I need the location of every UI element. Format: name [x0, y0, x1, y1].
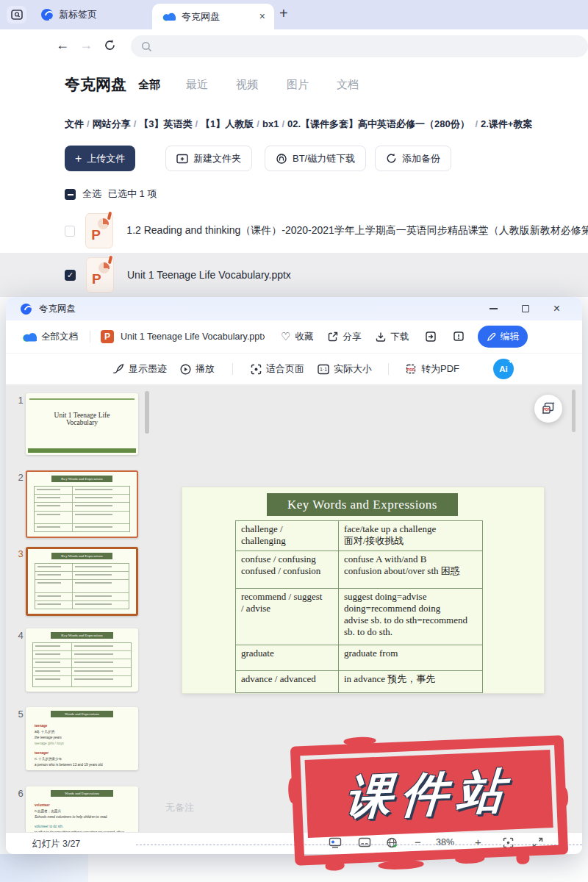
thumbnail-slide-5[interactable]: Words and Expressions teenage adj. 十几岁的 …: [26, 707, 138, 770]
edit-button[interactable]: 编辑: [478, 326, 528, 348]
browser-nav-bar: ← →: [0, 29, 588, 63]
slide-canvas: Key Words and Expressions challenge / ch…: [182, 487, 544, 693]
tab-label: 夸克网盘: [182, 10, 220, 24]
svg-text:PDF: PDF: [407, 368, 415, 372]
address-search-bar[interactable]: [131, 35, 588, 57]
play-button[interactable]: 播放: [180, 362, 215, 376]
breadcrumb-item[interactable]: 【3】英语类: [139, 118, 192, 129]
document-toolbar: 全部文档 P Unit 1 Teenage Life Vocabulary.pp…: [6, 320, 582, 353]
thumbnail-scrollbar[interactable]: [145, 391, 149, 434]
tab-doc[interactable]: 文档: [337, 78, 359, 92]
save-to-drive-button[interactable]: [425, 331, 437, 343]
svg-text:PDF: PDF: [543, 408, 550, 412]
select-all-label[interactable]: 全选: [82, 187, 101, 201]
forward-button[interactable]: →: [79, 37, 93, 53]
new-tab-button[interactable]: +: [279, 5, 288, 22]
table-row: challenge / challenging face/take up a c…: [236, 521, 482, 551]
maximize-button[interactable]: [522, 305, 529, 312]
to-pdf-button[interactable]: PDF 转为PDF: [405, 362, 459, 376]
select-all-checkbox[interactable]: [65, 189, 76, 200]
table-cell-word: recommend / suggest / advise: [236, 589, 339, 645]
cloud-favicon-icon: [162, 12, 176, 21]
slide-number: 2: [15, 472, 26, 483]
slide-counter: 幻灯片 3/27: [32, 838, 80, 850]
pen-icon: [487, 332, 496, 342]
slide-number: 6: [15, 788, 26, 799]
magnet-icon: [276, 153, 287, 164]
file-checkbox-checked[interactable]: [65, 270, 76, 281]
table-row: confuse / confusing confused / confusion…: [236, 551, 482, 589]
folder-plus-icon: [176, 154, 188, 164]
heart-icon: ♡: [281, 330, 290, 343]
minimize-button[interactable]: [490, 308, 498, 309]
download-icon: [376, 331, 386, 342]
tab-close-icon[interactable]: ×: [259, 10, 265, 22]
page-background-strip: [0, 854, 88, 882]
download-button[interactable]: 下载: [376, 331, 409, 343]
table-cell-word: challenge / challenging: [236, 521, 339, 551]
file-checkbox[interactable]: [65, 226, 75, 237]
tab-recent[interactable]: 最近: [186, 78, 208, 92]
slide-number: 4: [15, 630, 26, 641]
thumbnail-slide-1[interactable]: Unit 1 Teenage Life Vocabulary: [26, 393, 138, 455]
table-cell-usage: face/take up a challenge 面对/接收挑战: [339, 521, 482, 551]
close-button[interactable]: ×: [553, 304, 560, 314]
transfer-icon: [425, 331, 437, 343]
breadcrumb-item[interactable]: 2.课件+教案: [481, 118, 532, 129]
browser-tab-quark-drive[interactable]: 夸克网盘 ×: [152, 4, 274, 29]
pdf-convert-float-button[interactable]: PDF: [534, 395, 562, 423]
file-row-selected[interactable]: P Unit 1 Teenage Life Vocabulary.pptx: [0, 253, 588, 297]
breadcrumb-item[interactable]: 02.【课件多套】高中英语必修一（280份）: [287, 118, 470, 129]
thumbnail-slide-3-current[interactable]: Key Words and Expressions: [26, 547, 138, 616]
pdf-convert-icon: PDF: [405, 363, 417, 375]
favorite-button[interactable]: ♡ 收藏: [281, 330, 313, 343]
view-tools-row: 显示墨迹 播放 适合页面 1·1 实际大小 PDF 转为PDF Ai: [6, 353, 582, 385]
watermark-stamp: 课件站: [290, 735, 568, 865]
table-cell-word: advance / advanced: [236, 671, 339, 692]
new-folder-button[interactable]: 新建文件夹: [165, 146, 252, 171]
thumb-title-text: Unit 1 Teenage Life Vocabulary: [26, 412, 138, 426]
table-row: advance / advanced in advance 预先，事先: [236, 671, 482, 692]
content-scrollbar[interactable]: [572, 390, 576, 432]
breadcrumb-item[interactable]: 网站分享: [93, 118, 131, 129]
app-logo-icon: [21, 304, 32, 315]
refresh-button[interactable]: [104, 39, 116, 51]
window-title: 夸克网盘: [39, 303, 76, 315]
ppt-file-icon: P: [85, 213, 113, 248]
show-ink-button[interactable]: 显示墨迹: [112, 362, 167, 376]
actual-size-button[interactable]: 1·1 实际大小: [318, 362, 372, 376]
table-row: recommend / suggest / advise suggest doi…: [236, 589, 482, 645]
back-button[interactable]: ←: [56, 37, 69, 53]
all-docs-button[interactable]: 全部文档: [22, 331, 78, 343]
file-name[interactable]: 1.2 Reading and thinking（课件）-2020-2021学年…: [126, 224, 588, 237]
feedback-icon: [453, 331, 465, 343]
tab-video[interactable]: 视频: [236, 78, 258, 92]
breadcrumb-item[interactable]: bx1: [262, 118, 279, 129]
breadcrumb-item[interactable]: 【1】人教版: [201, 118, 254, 129]
add-backup-button[interactable]: 添加备份: [375, 146, 451, 171]
ai-assistant-button[interactable]: Ai: [493, 359, 514, 379]
table-cell-usage: graduate from: [339, 645, 482, 670]
selected-count: 已选中 1 项: [108, 187, 157, 201]
slide-title: Key Words and Expressions: [267, 493, 458, 516]
browser-tab-newtab[interactable]: 新标签页: [32, 0, 143, 29]
slide-number: 1: [15, 395, 26, 406]
file-row[interactable]: P 1.2 Reading and thinking（课件）-2020-2021…: [0, 209, 588, 253]
thumbnail-slide-4[interactable]: Key Words and Expressions: [26, 628, 138, 692]
bt-download-button[interactable]: BT/磁力链下载: [265, 146, 366, 171]
tab-search-icon[interactable]: [7, 6, 26, 24]
table-row: graduate graduate from: [236, 645, 482, 671]
share-button[interactable]: 分享: [328, 331, 361, 343]
breadcrumb-item[interactable]: 文件: [65, 118, 84, 129]
thumbnail-slide-2[interactable]: Key Words and Expressions: [26, 470, 138, 538]
tab-label: 新标签页: [59, 8, 97, 21]
feedback-button[interactable]: [453, 331, 465, 343]
tab-all[interactable]: 全部: [138, 78, 160, 92]
thumbnail-slide-6[interactable]: Words and Expressions volunteer n.志愿者，志愿…: [26, 786, 138, 832]
table-cell-usage: in advance 预先，事先: [339, 671, 482, 692]
tab-image[interactable]: 图片: [287, 78, 309, 92]
screen: 新标签页 夸克网盘 × + ← → 夸克网盘 全部 最近 视频 图片 文档 文件…: [0, 0, 588, 882]
file-name[interactable]: Unit 1 Teenage Life Vocabulary.pptx: [127, 269, 291, 281]
fit-page-button[interactable]: 适合页面: [251, 362, 304, 376]
upload-button[interactable]: + 上传文件: [65, 146, 135, 171]
